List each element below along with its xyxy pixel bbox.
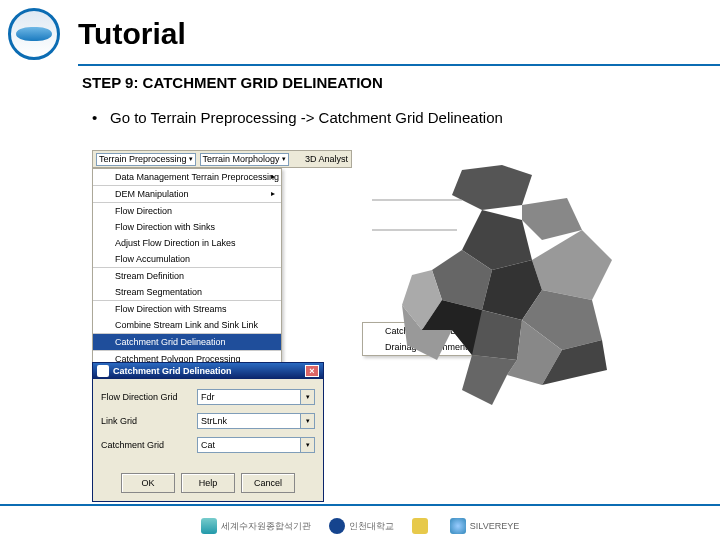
- svg-marker-11: [462, 355, 517, 405]
- menu-item[interactable]: Combine Stream Link and Sink Link: [93, 317, 281, 333]
- chevron-down-icon: ▾: [189, 155, 193, 163]
- slide-logo-icon: [8, 8, 60, 60]
- toolbar-3d-analyst[interactable]: 3D Analyst: [305, 154, 348, 164]
- chevron-right-icon: ▸: [271, 172, 275, 181]
- menu-item[interactable]: Flow Direction: [93, 202, 281, 219]
- dialog-field-row: Catchment GridCat▾: [101, 437, 315, 453]
- footer-logo-4: SILVEREYE: [450, 518, 519, 534]
- menu-item[interactable]: Data Management Terrain Preprocessing▸: [93, 169, 281, 185]
- dialog-titlebar: Catchment Grid Delineation ×: [93, 363, 323, 379]
- toolbar-dropdown-morphology[interactable]: Terrain Morphology▾: [200, 153, 289, 166]
- menu-item[interactable]: DEM Manipulation▸: [93, 185, 281, 202]
- ok-button[interactable]: OK: [121, 473, 175, 493]
- page-title: Tutorial: [78, 17, 186, 51]
- menu-item[interactable]: Stream Definition: [93, 267, 281, 284]
- dialog-title: Catchment Grid Delineation: [113, 366, 232, 376]
- instruction-text: Go to Terrain Preprocessing -> Catchment…: [110, 109, 503, 126]
- svg-marker-0: [452, 165, 532, 210]
- chevron-right-icon: ▸: [271, 189, 275, 198]
- field-label: Flow Direction Grid: [101, 392, 197, 402]
- footer-divider: [0, 504, 720, 506]
- field-input[interactable]: Cat▾: [197, 437, 315, 453]
- gis-toolbar: Terrain Preprocessing▾ Terrain Morpholog…: [92, 150, 352, 168]
- catchment-map-image: [372, 160, 642, 420]
- chevron-down-icon[interactable]: ▾: [300, 414, 314, 428]
- catchment-grid-dialog: Catchment Grid Delineation × Flow Direct…: [92, 362, 324, 502]
- menu-item[interactable]: Stream Segmentation: [93, 284, 281, 300]
- dialog-field-row: Flow Direction GridFdr▾: [101, 389, 315, 405]
- dialog-icon: [97, 365, 109, 377]
- instruction-bullet: •Go to Terrain Preprocessing -> Catchmen…: [92, 109, 720, 126]
- field-input[interactable]: StrLnk▾: [197, 413, 315, 429]
- step-heading: STEP 9: CATCHMENT GRID DELINEATION: [82, 74, 720, 91]
- menu-item[interactable]: Flow Accumulation: [93, 251, 281, 267]
- field-label: Link Grid: [101, 416, 197, 426]
- chevron-down-icon[interactable]: ▾: [300, 390, 314, 404]
- chevron-down-icon: ▾: [282, 155, 286, 163]
- footer-logo-3: [412, 518, 432, 534]
- svg-marker-1: [522, 198, 582, 240]
- svg-marker-3: [532, 230, 612, 300]
- menu-item[interactable]: Flow Direction with Streams: [93, 300, 281, 317]
- dialog-field-row: Link GridStrLnk▾: [101, 413, 315, 429]
- footer-logo-2: 인천대학교: [329, 518, 394, 534]
- menu-item[interactable]: Adjust Flow Direction in Lakes: [93, 235, 281, 251]
- footer-logo-1: 세계수자원종합석기관: [201, 518, 311, 534]
- field-input[interactable]: Fdr▾: [197, 389, 315, 405]
- chevron-down-icon[interactable]: ▾: [300, 438, 314, 452]
- menu-item[interactable]: Catchment Grid Delineation: [93, 333, 281, 350]
- footer-logos: 세계수자원종합석기관 인천대학교 SILVEREYE: [0, 518, 720, 534]
- menu-item[interactable]: Flow Direction with Sinks: [93, 219, 281, 235]
- help-button[interactable]: Help: [181, 473, 235, 493]
- field-label: Catchment Grid: [101, 440, 197, 450]
- close-icon[interactable]: ×: [305, 365, 319, 377]
- divider: [78, 64, 720, 66]
- cancel-button[interactable]: Cancel: [241, 473, 295, 493]
- toolbar-dropdown-terrain[interactable]: Terrain Preprocessing▾: [96, 153, 196, 166]
